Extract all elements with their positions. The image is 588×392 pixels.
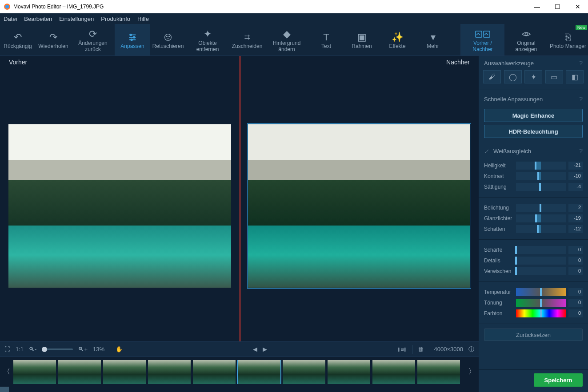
slider-track[interactable]	[516, 288, 566, 296]
slider-value[interactable]: -19	[568, 214, 583, 222]
before-half	[0, 70, 240, 341]
slider-value[interactable]: 0	[568, 267, 583, 275]
before-image[interactable]	[8, 124, 232, 288]
menu-datei[interactable]: Datei	[4, 16, 17, 22]
revert-button[interactable]: ⟳Änderungen zurück	[71, 24, 115, 55]
svg-point-6	[133, 36, 135, 38]
redo-button[interactable]: ↷Wiederholen	[36, 24, 71, 55]
before-after-button[interactable]: Vorher / Nachher	[460, 24, 504, 55]
help-icon[interactable]: ?	[579, 59, 583, 67]
slider-value[interactable]: 0	[568, 257, 583, 265]
marquee-tool[interactable]: ▭	[545, 70, 563, 83]
slider-track[interactable]	[516, 204, 566, 212]
filmstrip-thumb[interactable]	[193, 360, 236, 384]
delete-button[interactable]: 🗑	[418, 346, 424, 352]
slider-track[interactable]	[516, 183, 566, 191]
slider-value[interactable]: 0	[568, 246, 583, 254]
window-title: Movavi Photo Editor – IMG_1799.JPG	[13, 4, 104, 10]
filmstrip-thumb[interactable]	[417, 360, 460, 384]
adjust-button[interactable]: Anpassen	[115, 24, 150, 55]
show-original-button[interactable]: Original anzeigen	[504, 24, 548, 55]
filmstrip-thumb[interactable]	[328, 360, 370, 384]
filmstrip-thumb[interactable]	[13, 360, 56, 384]
slider-track[interactable]	[516, 299, 566, 307]
lasso-tool[interactable]: ◯	[504, 70, 522, 83]
remove-object-button[interactable]: ✦Objekte entfernen	[186, 24, 229, 55]
magic-wand-tool[interactable]: ✦	[524, 70, 542, 83]
adjust-icon	[128, 31, 137, 44]
menu-einstellungen[interactable]: Einstellungen	[59, 16, 94, 22]
slider-label: Belichtung	[484, 205, 513, 211]
horizontal-scrollbar[interactable]	[0, 387, 479, 392]
slider-track[interactable]	[516, 267, 566, 275]
filmstrip-thumb[interactable]	[103, 360, 146, 384]
hdr-button[interactable]: HDR-Beleuchtung	[484, 125, 583, 138]
slider-track[interactable]	[516, 225, 566, 233]
photo-manager-button[interactable]: New⎘Photo Manager	[548, 24, 588, 55]
eraser-tool[interactable]: ◧	[566, 70, 584, 83]
slider-track[interactable]	[516, 214, 566, 222]
next-image-button[interactable]: ▶	[263, 346, 267, 352]
prev-image-button[interactable]: ◀	[253, 346, 257, 352]
slider-track[interactable]	[516, 309, 566, 317]
effects-button[interactable]: ✨Effekte	[380, 24, 415, 55]
brush-tool[interactable]: 🖌	[483, 70, 501, 83]
slider-track[interactable]	[516, 162, 566, 170]
zoom-in-icon[interactable]: 🔍︎+	[78, 346, 88, 352]
zoom-out-icon[interactable]: 🔍︎-	[29, 346, 36, 352]
info-button[interactable]: ⓘ	[468, 345, 474, 353]
slider-track[interactable]	[516, 172, 566, 180]
more-button[interactable]: ▾Mehr	[415, 24, 451, 55]
background-icon: ◆	[283, 28, 291, 40]
frame-button[interactable]: ▣Rahmen	[344, 24, 380, 55]
slider-track[interactable]	[516, 246, 566, 254]
menu-hilfe[interactable]: Hilfe	[137, 16, 149, 22]
filmstrip-next-button[interactable]: 〉	[467, 359, 477, 385]
zoom-slider[interactable]	[42, 348, 73, 350]
save-button[interactable]: Speichern	[534, 373, 583, 387]
slider-value[interactable]: 0	[568, 299, 583, 307]
slider-value[interactable]: -2	[568, 204, 583, 212]
slider-value[interactable]: -4	[568, 183, 583, 191]
filmstrip-thumb[interactable]	[283, 360, 325, 384]
magic-enhance-button[interactable]: Magic Enhance	[484, 109, 583, 122]
background-button[interactable]: ◆Hintergrund ändern	[265, 24, 308, 55]
compare-divider[interactable]	[240, 56, 240, 341]
one-to-one-button[interactable]: 1:1	[16, 346, 24, 352]
retouch-button[interactable]: Retuschieren	[150, 24, 186, 55]
slider-value[interactable]: 0	[568, 309, 583, 317]
maximize-button[interactable]: ☐	[547, 0, 568, 13]
slider-row: Tönung0	[484, 299, 583, 307]
reset-button[interactable]: Zurücksetzen	[484, 329, 583, 341]
slider-row: Verwischen0	[484, 267, 583, 275]
eyedropper-icon[interactable]: ⟋	[484, 148, 490, 154]
text-button[interactable]: TText	[308, 24, 344, 55]
title-bar: Movavi Photo Editor – IMG_1799.JPG — ☐ ✕	[0, 0, 588, 13]
slider-label: Sättigung	[484, 184, 513, 190]
gallery-toggle-button[interactable]: ⫿▤⫿	[397, 346, 407, 352]
crop-icon: ⌗	[244, 31, 250, 44]
filmstrip-thumb[interactable]	[148, 360, 191, 384]
help-icon[interactable]: ?	[579, 95, 583, 103]
undo-button[interactable]: ↶Rückgängig	[0, 24, 36, 55]
menu-produktinfo[interactable]: Produktinfo	[101, 16, 130, 22]
slider-label: Tönung	[484, 300, 513, 306]
filmstrip-thumb[interactable]	[372, 360, 415, 384]
help-icon[interactable]: ?	[579, 147, 583, 154]
close-button[interactable]: ✕	[568, 0, 588, 13]
after-image[interactable]	[248, 124, 471, 288]
hand-tool-button[interactable]: ✋	[116, 346, 123, 352]
crop-button[interactable]: ⌗Zuschneiden	[229, 24, 265, 55]
filmstrip-prev-button[interactable]: 〈	[2, 359, 12, 385]
filmstrip-thumb[interactable]	[58, 360, 101, 384]
slider-track[interactable]	[516, 257, 566, 265]
slider-value[interactable]: -10	[568, 172, 583, 180]
minimize-button[interactable]: —	[527, 0, 547, 13]
fit-screen-button[interactable]: ⛶	[4, 346, 10, 352]
slider-value[interactable]: -21	[568, 162, 583, 170]
slider-value[interactable]: 0	[568, 288, 583, 296]
menu-bearbeiten[interactable]: Bearbeiten	[24, 16, 52, 22]
export-icon: ⎘	[565, 31, 571, 44]
slider-value[interactable]: -12	[568, 225, 583, 233]
filmstrip-thumb[interactable]	[238, 360, 280, 384]
